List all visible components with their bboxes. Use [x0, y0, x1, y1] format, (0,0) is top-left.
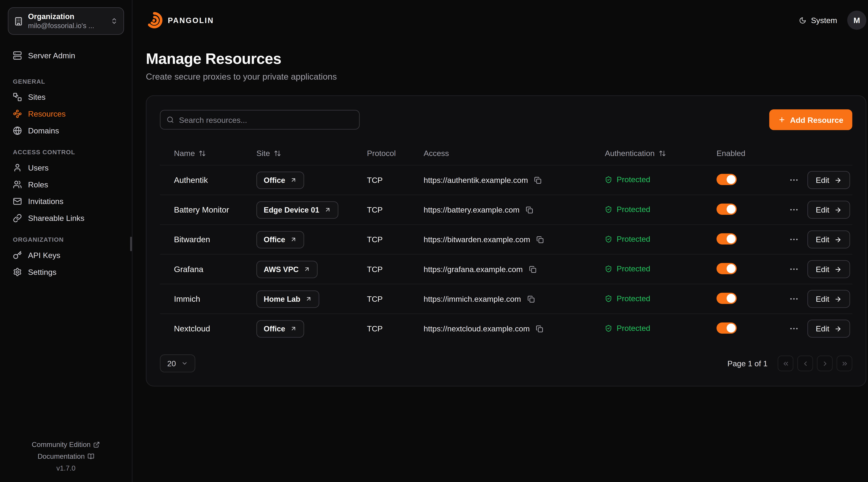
access-cell: https://grafana.example.com: [424, 265, 605, 274]
sidebar-item-settings[interactable]: Settings: [8, 263, 124, 280]
add-resource-button[interactable]: Add Resource: [769, 109, 852, 130]
authentication-cell: Protected: [605, 175, 716, 185]
authentication-status: Protected: [617, 264, 650, 273]
ellipsis-icon: [789, 294, 799, 304]
page-size-value: 20: [167, 359, 176, 368]
search-input[interactable]: [179, 115, 353, 124]
enabled-toggle[interactable]: [716, 203, 737, 215]
enabled-toggle[interactable]: [716, 263, 737, 274]
edit-button[interactable]: Edit: [807, 171, 850, 189]
theme-toggle-button[interactable]: System: [799, 15, 837, 25]
copy-url-button[interactable]: [534, 176, 541, 184]
sidebar-item-resources[interactable]: Resources: [8, 105, 124, 122]
access-url: https://grafana.example.com: [424, 265, 523, 274]
sidebar-scrollbar[interactable]: [130, 237, 132, 251]
actions-cell: Edit: [779, 230, 852, 248]
page-size-select[interactable]: 20: [160, 354, 195, 372]
sidebar-item-roles[interactable]: Roles: [8, 176, 124, 193]
resource-name: Bitwarden: [174, 235, 256, 244]
access-url: https://immich.example.com: [424, 294, 521, 303]
copy-url-button[interactable]: [536, 236, 544, 243]
enabled-toggle[interactable]: [716, 233, 737, 244]
copy-icon: [526, 206, 533, 214]
sidebar-item-api-keys[interactable]: API Keys: [8, 247, 124, 263]
copy-url-button[interactable]: [527, 295, 534, 302]
site-name: Office: [264, 235, 285, 244]
sidebar-item-label: Invitations: [28, 197, 64, 206]
column-label: Protocol: [367, 149, 396, 158]
site-cell: Office: [256, 171, 367, 189]
documentation-link[interactable]: Documentation: [37, 452, 94, 460]
copy-url-button[interactable]: [526, 206, 533, 214]
sidebar-item-sites[interactable]: Sites: [8, 89, 124, 105]
next-page-button[interactable]: [817, 355, 833, 371]
card-footer: 20 Page 1 of 1: [160, 354, 852, 372]
resources-icon: [13, 109, 22, 118]
site-link-button[interactable]: Home Lab: [256, 290, 319, 308]
resource-name: Grafana: [174, 265, 256, 274]
protected-badge: Protected: [605, 234, 650, 244]
copy-url-button[interactable]: [536, 325, 543, 332]
edit-button[interactable]: Edit: [807, 260, 850, 278]
ellipsis-icon: [789, 324, 799, 334]
row-menu-button[interactable]: [787, 233, 800, 246]
arrow-up-right-icon: [324, 206, 331, 213]
enabled-toggle[interactable]: [716, 292, 737, 304]
sidebar-item-domains[interactable]: Domains: [8, 122, 124, 139]
arrow-right-icon: [834, 295, 842, 302]
site-link-button[interactable]: AWS VPC: [256, 260, 318, 278]
brand-name: PANGOLIN: [168, 16, 214, 24]
building-icon: [14, 17, 23, 26]
community-edition-link[interactable]: Community Edition: [32, 441, 100, 448]
site-link-button[interactable]: Edge Device 01: [256, 201, 338, 219]
previous-page-button[interactable]: [797, 355, 813, 371]
sidebar-item-shareable-links[interactable]: Shareable Links: [8, 210, 124, 227]
actions-cell: Edit: [779, 171, 852, 189]
toggle-knob: [727, 234, 736, 243]
site-link-button[interactable]: Office: [256, 231, 304, 248]
arrow-up-right-icon: [305, 295, 312, 302]
ellipsis-icon: [789, 264, 799, 274]
chevron-left-icon: [802, 360, 809, 367]
sidebar-item-label: Sites: [28, 93, 45, 101]
row-menu-button[interactable]: [787, 203, 800, 216]
protected-badge: Protected: [605, 294, 650, 303]
table-body: Authentik Office TCP https://authentik.e…: [160, 165, 852, 343]
sidebar-item-label: Resources: [28, 109, 66, 118]
first-page-button[interactable]: [778, 355, 793, 371]
column-header-site[interactable]: Site: [256, 149, 367, 158]
organization-selector[interactable]: Organization milo@fossorial.io's ...: [8, 7, 124, 35]
sidebar-item-invitations[interactable]: Invitations: [8, 193, 124, 210]
enabled-cell: [716, 292, 779, 306]
edit-button[interactable]: Edit: [807, 290, 850, 308]
copy-url-button[interactable]: [529, 265, 536, 273]
organization-value: milo@fossorial.io's ...: [28, 22, 105, 30]
site-link-button[interactable]: Office: [256, 320, 304, 337]
row-menu-button[interactable]: [787, 174, 800, 186]
access-url: https://nextcloud.example.com: [424, 324, 530, 333]
column-header-authentication[interactable]: Authentication: [605, 149, 716, 158]
access-cell: https://bitwarden.example.com: [424, 235, 605, 244]
protocol: TCP: [367, 265, 424, 274]
edit-button[interactable]: Edit: [807, 230, 850, 248]
row-menu-button[interactable]: [787, 322, 800, 335]
table-row: Immich Home Lab TCP https://immich.examp…: [160, 284, 852, 313]
row-menu-button[interactable]: [787, 293, 800, 305]
site-cell: Edge Device 01: [256, 201, 367, 219]
protocol: TCP: [367, 294, 424, 303]
sidebar-item-server-admin[interactable]: Server Admin: [8, 47, 124, 64]
row-menu-button[interactable]: [787, 263, 800, 275]
edit-button[interactable]: Edit: [807, 201, 850, 219]
enabled-toggle[interactable]: [716, 322, 737, 333]
sidebar-item-label: Domains: [28, 126, 59, 135]
user-avatar[interactable]: M: [847, 10, 866, 30]
sidebar-item-users[interactable]: Users: [8, 159, 124, 176]
column-header-name[interactable]: Name: [174, 149, 256, 158]
search-box: [160, 110, 360, 129]
sidebar-nav: Server Admin GENERAL Sites Resources Dom…: [8, 47, 124, 280]
enabled-toggle[interactable]: [716, 173, 737, 185]
last-page-button[interactable]: [837, 355, 852, 371]
site-link-button[interactable]: Office: [256, 171, 304, 189]
edit-button[interactable]: Edit: [807, 320, 850, 338]
community-edition-label: Community Edition: [32, 441, 91, 448]
